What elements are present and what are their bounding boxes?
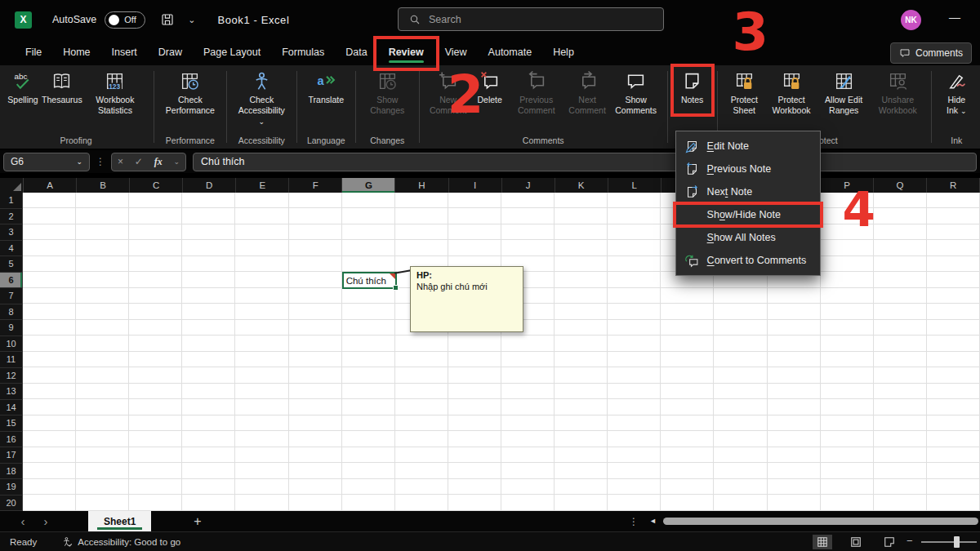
ribbon-protect-sheet-button[interactable]: Protect Sheet	[723, 65, 765, 116]
menu-item-show-hide-note[interactable]: Show/Hide Note	[676, 203, 820, 226]
zoom-slider-handle[interactable]	[954, 536, 960, 548]
tab-formulas[interactable]: Formulas	[271, 39, 335, 65]
row-header-8[interactable]: 8	[0, 304, 23, 321]
grid-cells[interactable]: Chú thích HP: Nhập ghi chú mới	[23, 193, 980, 511]
menu-item-next-note[interactable]: Next Note	[676, 180, 820, 203]
row-header-7[interactable]: 7	[0, 288, 23, 304]
row-header-18[interactable]: 18	[0, 464, 23, 480]
ribbon-translate-button[interactable]: Translate	[303, 65, 350, 105]
column-header-i[interactable]: I	[449, 178, 502, 193]
ribbon-unshare-workbook-button: Unshare Workbook	[871, 65, 925, 116]
ribbon-check-performance-button[interactable]: Check Performance	[160, 65, 220, 116]
tab-options-kebab-icon[interactable]: ⋮	[629, 516, 639, 527]
tab-home[interactable]: Home	[52, 39, 100, 65]
column-header-r[interactable]: R	[927, 178, 980, 193]
save-icon[interactable]	[160, 12, 175, 27]
row-header-10[interactable]: 10	[0, 336, 23, 353]
quick-access-chevron-icon[interactable]: ⌄	[188, 15, 195, 25]
menu-item-previous-note[interactable]: Previous Note	[676, 158, 820, 180]
search-input[interactable]: Search	[398, 7, 664, 31]
row-header-2[interactable]: 2	[0, 209, 23, 225]
tab-file[interactable]: File	[15, 39, 52, 65]
tab-page-layout[interactable]: Page Layout	[193, 39, 271, 65]
menu-item-edit-note[interactable]: Edit Note	[676, 135, 820, 158]
row-header-5[interactable]: 5	[0, 256, 23, 273]
selected-cell-g6[interactable]: Chú thích	[342, 272, 397, 289]
column-header-d[interactable]: D	[183, 178, 236, 193]
page-layout-view-button[interactable]	[846, 535, 866, 549]
column-header-f[interactable]: F	[289, 178, 342, 193]
avatar[interactable]: NK	[901, 10, 921, 30]
ribbon-notes-button[interactable]: Notes	[674, 65, 711, 105]
zoom-slider-track[interactable]	[921, 541, 977, 543]
menu-item-convert-to-comments[interactable]: Convert to Comments	[676, 249, 820, 272]
column-header-e[interactable]: E	[236, 178, 289, 193]
formula-input[interactable]: Chú thích	[193, 153, 977, 171]
ribbon-protect-workbook-button[interactable]: Protect Workbook	[765, 65, 817, 116]
row-header-17[interactable]: 17	[0, 447, 23, 464]
ribbon-delete-button[interactable]: Delete	[471, 65, 509, 105]
note-popup[interactable]: HP: Nhập ghi chú mới	[410, 266, 523, 332]
tab-insert[interactable]: Insert	[101, 39, 148, 65]
autosave-toggle[interactable]: Off	[105, 11, 145, 29]
ribbon-thesaurus-button[interactable]: Thesaurus	[42, 65, 82, 105]
row-header-12[interactable]: 12	[0, 368, 23, 384]
fx-chevron-icon[interactable]: ⌄	[174, 158, 180, 166]
ribbon-show-comments-button[interactable]: Show Comments	[610, 65, 662, 116]
row-header-3[interactable]: 3	[0, 224, 23, 241]
next-sheet-icon[interactable]: ›	[38, 514, 54, 528]
name-box[interactable]: G6 ⌄	[3, 153, 90, 171]
row-header-6[interactable]: 6	[0, 273, 23, 289]
row-header-20[interactable]: 20	[0, 495, 23, 512]
column-header-q[interactable]: Q	[874, 178, 927, 193]
ribbon-hide-ink-button[interactable]: Hide Ink ⌄	[938, 65, 976, 116]
row-header-15[interactable]: 15	[0, 415, 23, 432]
ribbon-allow-edit-ranges-button[interactable]: Allow Edit Ranges	[817, 65, 871, 116]
row-header-19[interactable]: 19	[0, 479, 23, 495]
prev-sheet-icon[interactable]: ‹	[15, 514, 31, 528]
row-header-13[interactable]: 13	[0, 384, 23, 400]
row-header-16[interactable]: 16	[0, 432, 23, 448]
page-break-view-button[interactable]	[880, 535, 899, 549]
column-header-j[interactable]: J	[502, 178, 555, 193]
column-header-l[interactable]: L	[608, 178, 662, 193]
tab-draw[interactable]: Draw	[148, 39, 193, 65]
column-header-p[interactable]: P	[821, 178, 874, 193]
column-header-b[interactable]: B	[77, 178, 130, 193]
zoom-out-icon[interactable]: −	[906, 535, 913, 547]
column-header-g[interactable]: G	[342, 178, 395, 193]
tab-automate[interactable]: Automate	[478, 39, 543, 65]
normal-view-button[interactable]	[813, 535, 832, 549]
fill-handle[interactable]	[393, 285, 399, 291]
tab-help[interactable]: Help	[542, 39, 585, 65]
ribbon-spelling-button[interactable]: Spelling	[4, 65, 42, 105]
insert-function-icon[interactable]: fx	[154, 156, 163, 168]
tab-view[interactable]: View	[434, 39, 478, 65]
menu-item-show-all-notes[interactable]: Show All Notes	[676, 226, 820, 249]
formula-bar-dots-icon: ⋮	[96, 156, 105, 167]
tab-data[interactable]: Data	[335, 39, 377, 65]
column-header-c[interactable]: C	[130, 178, 183, 193]
row-header-1[interactable]: 1	[0, 193, 23, 209]
column-header-k[interactable]: K	[555, 178, 608, 193]
row-header-4[interactable]: 4	[0, 241, 23, 257]
excel-logo-icon[interactable]: X	[15, 11, 32, 29]
confirm-entry-icon[interactable]: ✓	[135, 156, 143, 167]
scroll-left-icon[interactable]: ◄	[649, 517, 657, 525]
ribbon-workbook-statistics-button[interactable]: Workbook Statistics	[82, 65, 148, 116]
comments-button[interactable]: Comments	[890, 42, 972, 64]
row-header-11[interactable]: 11	[0, 352, 23, 368]
cancel-entry-icon[interactable]: ×	[118, 156, 123, 167]
menu-item-label: Next Note	[707, 186, 753, 198]
sheet-tab-sheet1[interactable]: Sheet1	[88, 511, 151, 531]
column-header-a[interactable]: A	[24, 178, 77, 193]
row-header-14[interactable]: 14	[0, 400, 23, 416]
tab-review[interactable]: Review	[378, 39, 434, 65]
select-all-corner[interactable]	[0, 178, 24, 193]
add-sheet-icon[interactable]: +	[194, 514, 201, 529]
ribbon-check-accessibility-button[interactable]: Check Accessibility ⌄	[233, 65, 291, 127]
column-header-h[interactable]: H	[395, 178, 448, 193]
minimize-icon[interactable]: —	[949, 11, 960, 24]
horizontal-scrollbar[interactable]	[663, 518, 978, 525]
row-header-9[interactable]: 9	[0, 320, 23, 336]
